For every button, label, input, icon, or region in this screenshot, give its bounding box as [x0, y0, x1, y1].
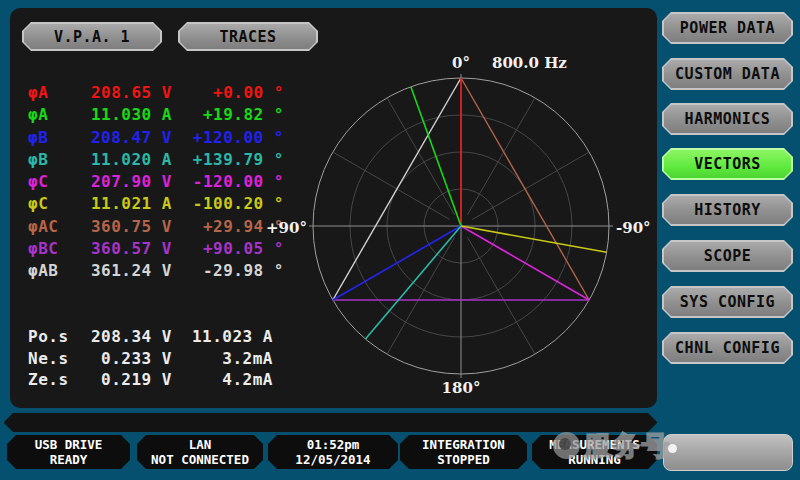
polar-grid-spoke [472, 152, 589, 220]
status-line1: INTEGRATION [400, 437, 527, 452]
nav-button-history[interactable]: HISTORY [662, 194, 793, 226]
seq-voltage: 208.34 V [65, 327, 172, 346]
polar-label-180deg: 180° [431, 379, 491, 397]
nav-button-vectors[interactable]: VECTORS [662, 148, 793, 180]
table-row-phase-a-voltage: φA 208.65 V +0.00 ° [20, 83, 300, 105]
seq-current: 4.2mA [168, 370, 273, 389]
table-row-line-bc: φBC 360.57 V +90.05 ° [20, 239, 300, 261]
nav-label: SCOPE [664, 242, 791, 270]
nav-label: HARMONICS [664, 105, 791, 133]
phase-value: 11.020 A [65, 150, 172, 169]
watermark-text: 服务号 [584, 428, 671, 464]
phase-angle: +139.79 ° [178, 150, 284, 169]
polar-grid-spoke [468, 237, 536, 354]
seq-label: Po.s [28, 327, 69, 346]
seq-voltage: 0.233 V [65, 349, 172, 368]
phase-angle: -120.00 ° [178, 172, 284, 191]
table-row-positive-seq: Po.s 208.34 V 11.023 A [20, 327, 300, 349]
table-row-negative-seq: Ne.s 0.233 V 3.2mA [20, 349, 300, 371]
nav-button-harmonics[interactable]: HARMONICS [662, 103, 793, 135]
phase-label: φA [28, 105, 48, 124]
status-line2: NOT CONNECTED [137, 452, 263, 467]
seq-label: Ze.s [28, 370, 69, 389]
blank-softkey-button[interactable] [663, 434, 793, 471]
nav-button-sys-config[interactable]: SYS CONFIG [662, 286, 793, 318]
polar-label-0deg: 0° [431, 54, 491, 72]
status-time: 01:52pm [268, 437, 398, 452]
seq-label: Ne.s [28, 349, 69, 368]
phase-label: φAC [28, 217, 58, 236]
status-integration: INTEGRATION STOPPED [400, 435, 527, 469]
table-row-phase-b-voltage: φB 208.47 V +120.00 ° [20, 128, 300, 150]
seq-voltage: 0.219 V [65, 370, 172, 389]
phase-value: 208.47 V [65, 128, 172, 147]
table-row-phase-b-current: φB 11.020 A +139.79 ° [20, 150, 300, 172]
table-row-line-ab: φAB 361.24 V -29.98 ° [20, 261, 300, 283]
power-analyzer-screen: { "header": { "vpa_button": "V.P.A. 1", … [0, 0, 800, 480]
phase-label: φC [28, 194, 48, 213]
phase-angle: -100.20 ° [178, 194, 284, 213]
phase-value: 360.57 V [65, 239, 172, 258]
vpa-select-button[interactable]: V.P.A. 1 [22, 22, 162, 51]
phase-value: 207.90 V [65, 172, 172, 191]
phase-readout-table: φA 208.65 V +0.00 ° φA 11.030 A +19.82 °… [20, 83, 300, 284]
phase-angle: +19.82 ° [178, 105, 284, 124]
phase-label: φA [28, 83, 48, 102]
nav-label: SYS CONFIG [664, 288, 791, 316]
status-line1: USB DRIVE [7, 437, 130, 452]
phase-label: φBC [28, 239, 58, 258]
status-line2: STOPPED [400, 452, 527, 467]
phase-value: 11.030 A [65, 105, 172, 124]
vector-polar-chart [281, 46, 641, 406]
nav-button-power-data[interactable]: POWER DATA [662, 12, 793, 44]
seq-current: 3.2mA [168, 349, 273, 368]
nav-button-custom-data[interactable]: CUSTOM DATA [662, 58, 793, 90]
watermark-dot [668, 444, 677, 453]
phase-angle: -29.98 ° [178, 261, 284, 280]
vpa-select-label: V.P.A. 1 [24, 24, 160, 49]
status-lan: LAN NOT CONNECTED [137, 435, 263, 469]
polar-grid-spoke [333, 152, 450, 220]
nav-button-chnl-config[interactable]: CHNL CONFIG [662, 332, 793, 364]
polar-label-minus90deg: -90° [616, 219, 651, 237]
status-usb-drive: USB DRIVE READY [7, 435, 130, 469]
watermark-logo-icon [553, 432, 580, 459]
phase-label: φAB [28, 261, 58, 280]
nav-label: CHNL CONFIG [664, 334, 791, 362]
table-row-phase-c-voltage: φC 207.90 V -120.00 ° [20, 172, 300, 194]
vector-line-AB [333, 78, 461, 300]
phase-label: φB [28, 128, 48, 147]
seq-current: 11.023 A [168, 327, 273, 346]
phase-value: 208.65 V [65, 83, 172, 102]
table-row-zero-seq: Ze.s 0.219 V 4.2mA [20, 370, 300, 392]
polar-grid-spoke [468, 98, 536, 215]
phase-angle: +120.00 ° [178, 128, 284, 147]
frequency-readout: 800.0 Hz [492, 54, 567, 72]
message-bar [4, 413, 657, 432]
phase-label: φC [28, 172, 48, 191]
nav-label: HISTORY [664, 196, 791, 224]
polar-label-plus90deg: +90° [247, 219, 307, 237]
vector-phase-B-voltage [333, 226, 461, 300]
phase-value: 11.021 A [65, 194, 172, 213]
vector-phase-B-current [365, 226, 461, 339]
phase-angle: +90.05 ° [178, 239, 284, 258]
nav-label: VECTORS [664, 150, 791, 178]
status-line1: LAN [137, 437, 263, 452]
polar-grid-spoke [387, 237, 455, 354]
nav-button-scope[interactable]: SCOPE [662, 240, 793, 272]
vector-line-AC [461, 78, 589, 300]
nav-label: POWER DATA [664, 14, 791, 42]
phase-angle: +0.00 ° [178, 83, 284, 102]
phase-value: 361.24 V [65, 261, 172, 280]
status-date: 12/05/2014 [268, 452, 398, 467]
nav-label: CUSTOM DATA [664, 60, 791, 88]
vector-phase-A-current [411, 87, 461, 226]
table-row-phase-c-current: φC 11.021 A -100.20 ° [20, 194, 300, 216]
status-line2: READY [7, 452, 130, 467]
phase-label: φB [28, 150, 48, 169]
table-row-phase-a-current: φA 11.030 A +19.82 ° [20, 105, 300, 127]
phase-value: 360.75 V [65, 217, 172, 236]
sum-readout-table: Po.s 208.34 V 11.023 A Ne.s 0.233 V 3.2m… [20, 327, 300, 392]
status-datetime: 01:52pm 12/05/2014 [268, 435, 398, 469]
